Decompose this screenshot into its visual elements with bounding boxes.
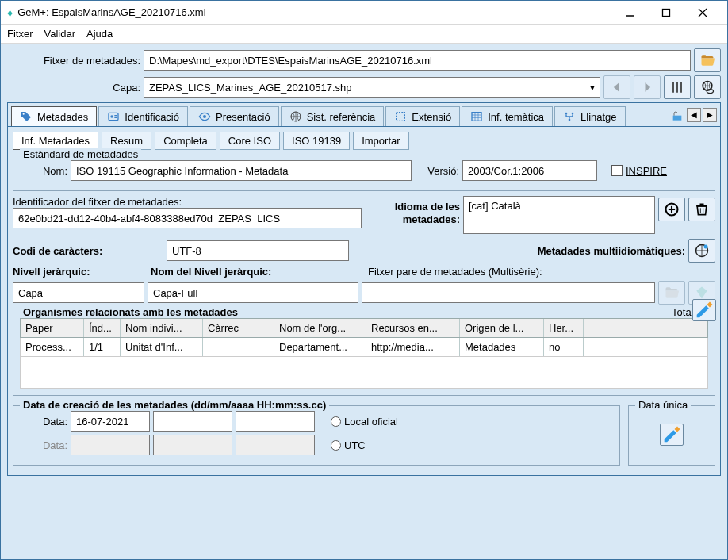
- inspire-label[interactable]: INSPIRE: [626, 165, 667, 177]
- svg-point-11: [203, 115, 206, 118]
- menu-file[interactable]: Fitxer: [7, 28, 33, 40]
- tab-identificacio[interactable]: Identificació: [98, 106, 188, 126]
- std-name-label: Nom:: [20, 165, 67, 177]
- table-icon: [470, 110, 483, 123]
- cc2-input: [236, 435, 315, 455]
- orgs-table-empty: [20, 357, 708, 389]
- svg-rect-14: [472, 113, 481, 121]
- tag-icon: [20, 110, 33, 123]
- titlebar: ♦ GeM+: EspaisMarinsAGE_20210716.xml: [1, 1, 727, 25]
- svg-point-8: [111, 115, 113, 117]
- hname-label: Nom del Nivell jeràrquic:: [151, 266, 365, 278]
- sub-tabstrip: Inf. Metadades Resum Completa Core ISO I…: [13, 132, 715, 150]
- standard-fieldset: Estàndard de metadades Nom: Versió: INSP…: [13, 155, 715, 191]
- edit-unique-date-button[interactable]: [660, 424, 684, 446]
- layer-value: ZEPAS_LICS_Marines_AGE_20210517.shp: [149, 82, 352, 94]
- radio-local-label: Local oficial: [344, 416, 398, 428]
- orgs-table-row[interactable]: Process... 1/1 Unitat d'Inf... Departame…: [20, 338, 708, 357]
- menubar: Fitxer Validar Ajuda: [1, 25, 727, 44]
- multilang-label: Metadades multiidiomàtiques:: [538, 245, 685, 257]
- hlevel-label: Nivell jeràrquic:: [13, 266, 148, 278]
- window-title: GeM+: EspaisMarinsAGE_20210716.xml: [17, 6, 611, 18]
- hname-input[interactable]: [148, 282, 358, 303]
- fileid-label: Identificador del fitxer de metadades:: [13, 196, 362, 208]
- content-area: Fitxer de metadades: Capa: ZEPAS_LICS_Ma…: [1, 44, 727, 559]
- unique-date-fieldset: Data única: [628, 405, 715, 466]
- subtab-resum[interactable]: Resum: [102, 132, 151, 150]
- columns-button[interactable]: [664, 75, 691, 99]
- radio-utc-label: UTC: [344, 439, 366, 451]
- tab-extensio[interactable]: Extensió: [385, 106, 460, 126]
- std-version-input[interactable]: [462, 160, 597, 181]
- radio-local[interactable]: [331, 416, 341, 427]
- mdfile-label: Fitxer de metadades:: [7, 55, 140, 67]
- delete-lang-button[interactable]: [688, 198, 715, 221]
- svg-point-31: [704, 245, 708, 249]
- metadades-panel: Inf. Metadades Resum Completa Core ISO I…: [7, 127, 721, 476]
- svg-rect-22: [673, 115, 682, 120]
- close-button[interactable]: [684, 1, 721, 25]
- add-lang-button[interactable]: [658, 198, 685, 221]
- date1-input[interactable]: [71, 411, 150, 432]
- parent-folder-button: [658, 281, 685, 305]
- subtab-importar[interactable]: Importar: [353, 132, 408, 150]
- fileid-input[interactable]: [13, 208, 362, 228]
- subtab-inf-metadades[interactable]: Inf. Metadades: [13, 132, 98, 150]
- tab-metadades[interactable]: Metadades: [11, 106, 97, 126]
- tab-inf-tematica[interactable]: Inf. temàtica: [462, 106, 553, 126]
- parent-input[interactable]: [362, 282, 655, 303]
- date-legend: Data de creació de les metadades (dd/mm/…: [20, 399, 329, 411]
- chevron-down-icon: ▼: [588, 83, 596, 92]
- tab-sist-referencia[interactable]: Sist. referència: [281, 106, 385, 126]
- tab-overflow: ◀ ▶: [668, 108, 717, 125]
- hlevel-input[interactable]: [13, 282, 144, 303]
- std-version-label: Versió:: [415, 165, 459, 177]
- prev-layer-button: [603, 75, 630, 99]
- charset-label: Codi de caràcters:: [13, 245, 163, 257]
- time1-input[interactable]: [153, 411, 232, 432]
- layer-select[interactable]: ZEPAS_LICS_Marines_AGE_20210517.shp ▼: [144, 77, 600, 98]
- globe-icon: [289, 110, 302, 123]
- mdfile-input[interactable]: [144, 50, 691, 71]
- globe-link-button[interactable]: [694, 75, 721, 99]
- svg-rect-1: [663, 9, 670, 16]
- parent-label: Fitxer pare de metadades (Multisèrie):: [368, 266, 715, 278]
- tab-llinatge[interactable]: Llinatge: [554, 106, 626, 126]
- menu-validate[interactable]: Validar: [44, 28, 76, 40]
- subtab-completa[interactable]: Completa: [155, 132, 216, 150]
- svg-point-20: [572, 113, 574, 115]
- layer-label: Capa:: [7, 82, 140, 94]
- std-name-input[interactable]: [71, 160, 412, 181]
- date2-input: [71, 435, 150, 455]
- edit-orgs-button[interactable]: [692, 299, 716, 321]
- app-window: ♦ GeM+: EspaisMarinsAGE_20210716.xml Fit…: [0, 0, 728, 560]
- orgs-legend: Organismes relacionats amb les metadades: [20, 306, 241, 318]
- lang-listbox[interactable]: [cat] Català: [463, 196, 655, 234]
- svg-point-6: [23, 113, 25, 115]
- unique-date-legend: Data única: [635, 399, 691, 411]
- cc1-input[interactable]: [236, 411, 315, 432]
- tab-extra-icon[interactable]: [669, 108, 685, 125]
- inspire-checkbox[interactable]: [611, 165, 623, 176]
- minimize-button[interactable]: [611, 1, 648, 25]
- tab-scroll-left[interactable]: ◀: [687, 108, 701, 122]
- tab-presentacio[interactable]: Presentació: [190, 106, 279, 126]
- eye-icon: [198, 110, 211, 123]
- date1-label: Data:: [20, 416, 67, 428]
- app-icon: ♦: [7, 6, 13, 19]
- subtab-iso19139[interactable]: ISO 19139: [283, 132, 350, 150]
- lineage-icon: [563, 110, 576, 123]
- open-file-button[interactable]: [694, 48, 721, 72]
- tab-scroll-right[interactable]: ▶: [703, 108, 717, 122]
- svg-point-21: [569, 119, 571, 121]
- time2-input: [153, 435, 232, 455]
- radio-utc[interactable]: [331, 440, 341, 451]
- orgs-fieldset: Organismes relacionats amb les metadades…: [13, 313, 715, 396]
- extent-icon: [394, 110, 407, 123]
- maximize-button[interactable]: [648, 1, 684, 25]
- subtab-core-iso[interactable]: Core ISO: [220, 132, 280, 150]
- multilang-globe-button[interactable]: [688, 239, 715, 263]
- charset-input[interactable]: [167, 240, 349, 261]
- date2-label: Data:: [20, 439, 67, 451]
- menu-help[interactable]: Ajuda: [86, 28, 113, 40]
